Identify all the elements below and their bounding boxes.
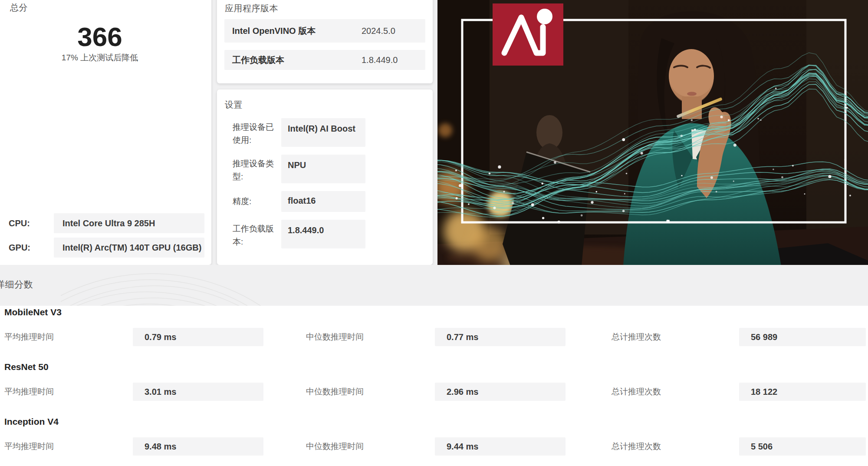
app-version-card: 应用程序版本 Intel OpenVINO 版本 2024.5.0 工作负载版本… [217, 0, 433, 83]
hero-image [437, 0, 868, 266]
median-inference-time-value: 2.96 ms [435, 383, 566, 401]
detailed-scores-strip: 详细分数 [0, 265, 868, 306]
total-inference-count-label: 总计推理次数 [612, 437, 661, 456]
median-inference-time-label: 中位数推理时间 [306, 437, 364, 456]
overall-score-block: 366 17% 上次测试后降低 [17, 23, 182, 63]
workload-version-label-2: 工作负载版本: [233, 222, 281, 248]
total-inference-count-value: 5 506 [739, 437, 866, 456]
inference-device-used-label: 推理设备已使用: [233, 121, 281, 147]
median-inference-time-value: 9.44 ms [435, 437, 566, 456]
settings-title: 设置 [225, 99, 243, 111]
score-change-note: 17% 上次测试后降低 [17, 52, 182, 63]
ai-logo-icon [493, 3, 563, 66]
group-inception-v4: Inception V4 平均推理时间 9.48 ms 中位数推理时间 9.44… [0, 416, 868, 456]
gpu-row: GPU: Intel(R) Arc(TM) 140T GPU (16GB) [0, 238, 211, 258]
total-inference-count-label: 总计推理次数 [612, 328, 661, 346]
workload-version-value: 1.8.449.0 [362, 50, 398, 70]
openvino-version-row: Intel OpenVINO 版本 2024.5.0 [224, 19, 425, 43]
total-inference-count-value: 18 122 [739, 383, 866, 401]
openvino-version-value: 2024.5.0 [362, 19, 395, 43]
median-inference-time-label: 中位数推理时间 [306, 383, 364, 401]
benchmark-result-page: 总分 366 17% 上次测试后降低 CPU: Intel Core Ultra… [0, 0, 868, 466]
inference-device-type-value: NPU [281, 155, 365, 183]
precision-label: 精度: [233, 195, 281, 208]
score-card-title: 总分 [10, 2, 28, 13]
cpu-label: CPU: [9, 213, 30, 233]
app-version-title: 应用程序版本 [225, 3, 278, 14]
metric-row: 平均推理时间 9.48 ms 中位数推理时间 9.44 ms 总计推理次数 5 … [0, 437, 868, 456]
avg-inference-time-label: 平均推理时间 [4, 437, 54, 456]
metric-row: 平均推理时间 3.01 ms 中位数推理时间 2.96 ms 总计推理次数 18… [0, 383, 868, 401]
total-inference-count-value: 56 989 [739, 328, 866, 346]
avg-inference-time-label: 平均推理时间 [4, 328, 54, 346]
workload-version-label: 工作负载版本 [232, 50, 284, 70]
gpu-label: GPU: [9, 238, 30, 258]
cpu-value: Intel Core Ultra 9 285H [54, 213, 204, 233]
total-inference-count-label: 总计推理次数 [612, 383, 661, 401]
openvino-version-label: Intel OpenVINO 版本 [232, 19, 316, 43]
overall-score-value: 366 [17, 23, 182, 51]
group-resnet-50: ResNet 50 平均推理时间 3.01 ms 中位数推理时间 2.96 ms… [0, 361, 868, 401]
median-inference-time-label: 中位数推理时间 [306, 328, 364, 346]
precision-value: float16 [281, 191, 365, 212]
avg-inference-time-value: 3.01 ms [133, 383, 263, 401]
group-title: Inception V4 [0, 416, 868, 428]
group-title: ResNet 50 [0, 361, 868, 373]
group-title: MobileNet V3 [0, 306, 868, 318]
inference-device-type-label: 推理设备类型: [233, 157, 281, 183]
workload-version-value-2: 1.8.449.0 [281, 220, 365, 248]
detailed-scores-title: 详细分数 [0, 278, 33, 291]
score-card: 总分 366 17% 上次测试后降低 CPU: Intel Core Ultra… [0, 0, 211, 265]
avg-inference-time-value: 0.79 ms [133, 328, 263, 346]
cpu-row: CPU: Intel Core Ultra 9 285H [0, 213, 211, 233]
group-mobilenet-v3: MobileNet V3 平均推理时间 0.79 ms 中位数推理时间 0.77… [0, 306, 868, 346]
median-inference-time-value: 0.77 ms [435, 328, 566, 346]
inference-device-used-value: Intel(R) AI Boost [281, 118, 365, 147]
gpu-value: Intel(R) Arc(TM) 140T GPU (16GB) [54, 238, 204, 258]
avg-inference-time-label: 平均推理时间 [4, 383, 54, 401]
settings-card: 设置 推理设备已使用: Intel(R) AI Boost 推理设备类型: NP… [217, 89, 433, 265]
decorative-arcs [61, 265, 304, 306]
avg-inference-time-value: 9.48 ms [133, 437, 263, 456]
workload-version-row: 工作负载版本 1.8.449.0 [224, 50, 425, 70]
metric-row: 平均推理时间 0.79 ms 中位数推理时间 0.77 ms 总计推理次数 56… [0, 328, 868, 346]
